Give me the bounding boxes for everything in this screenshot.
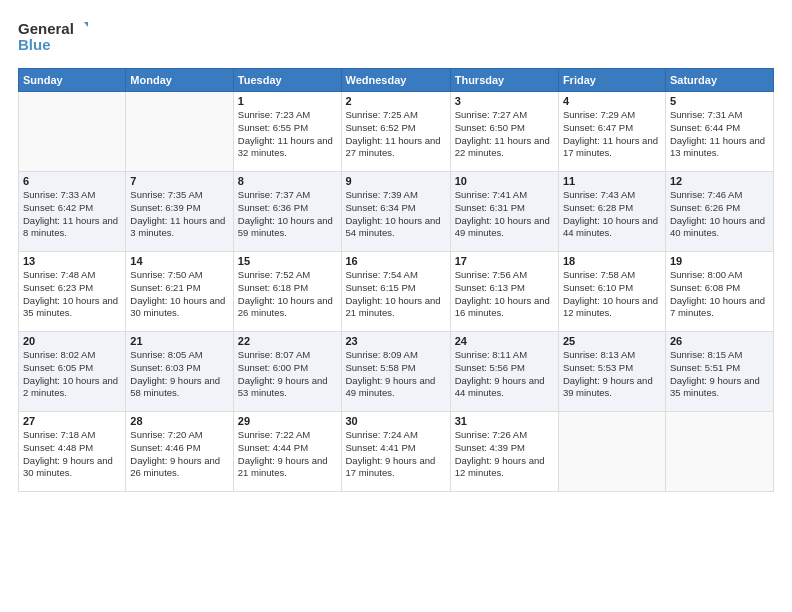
day-number: 10 bbox=[455, 175, 554, 187]
day-number: 5 bbox=[670, 95, 769, 107]
calendar-cell: 10Sunrise: 7:41 AM Sunset: 6:31 PM Dayli… bbox=[450, 172, 558, 252]
day-info: Sunrise: 8:00 AM Sunset: 6:08 PM Dayligh… bbox=[670, 269, 769, 320]
logo-svg: General Blue bbox=[18, 18, 88, 58]
day-info: Sunrise: 8:02 AM Sunset: 6:05 PM Dayligh… bbox=[23, 349, 121, 400]
calendar-cell: 1Sunrise: 7:23 AM Sunset: 6:55 PM Daylig… bbox=[233, 92, 341, 172]
logo: General Blue bbox=[18, 18, 88, 58]
day-number: 9 bbox=[346, 175, 446, 187]
calendar-cell: 26Sunrise: 8:15 AM Sunset: 5:51 PM Dayli… bbox=[665, 332, 773, 412]
day-info: Sunrise: 8:13 AM Sunset: 5:53 PM Dayligh… bbox=[563, 349, 661, 400]
day-info: Sunrise: 7:26 AM Sunset: 4:39 PM Dayligh… bbox=[455, 429, 554, 480]
day-number: 25 bbox=[563, 335, 661, 347]
calendar-cell: 13Sunrise: 7:48 AM Sunset: 6:23 PM Dayli… bbox=[19, 252, 126, 332]
day-info: Sunrise: 7:50 AM Sunset: 6:21 PM Dayligh… bbox=[130, 269, 228, 320]
day-number: 23 bbox=[346, 335, 446, 347]
day-info: Sunrise: 7:54 AM Sunset: 6:15 PM Dayligh… bbox=[346, 269, 446, 320]
day-number: 21 bbox=[130, 335, 228, 347]
day-info: Sunrise: 7:29 AM Sunset: 6:47 PM Dayligh… bbox=[563, 109, 661, 160]
calendar-cell: 14Sunrise: 7:50 AM Sunset: 6:21 PM Dayli… bbox=[126, 252, 233, 332]
day-number: 27 bbox=[23, 415, 121, 427]
day-number: 24 bbox=[455, 335, 554, 347]
calendar-cell: 20Sunrise: 8:02 AM Sunset: 6:05 PM Dayli… bbox=[19, 332, 126, 412]
svg-text:General: General bbox=[18, 20, 74, 37]
day-info: Sunrise: 8:05 AM Sunset: 6:03 PM Dayligh… bbox=[130, 349, 228, 400]
calendar-cell: 22Sunrise: 8:07 AM Sunset: 6:00 PM Dayli… bbox=[233, 332, 341, 412]
calendar-cell: 5Sunrise: 7:31 AM Sunset: 6:44 PM Daylig… bbox=[665, 92, 773, 172]
calendar-cell: 23Sunrise: 8:09 AM Sunset: 5:58 PM Dayli… bbox=[341, 332, 450, 412]
weekday-wednesday: Wednesday bbox=[341, 69, 450, 92]
day-number: 1 bbox=[238, 95, 337, 107]
day-info: Sunrise: 7:48 AM Sunset: 6:23 PM Dayligh… bbox=[23, 269, 121, 320]
day-number: 2 bbox=[346, 95, 446, 107]
calendar-cell bbox=[558, 412, 665, 492]
day-number: 28 bbox=[130, 415, 228, 427]
day-number: 8 bbox=[238, 175, 337, 187]
day-info: Sunrise: 7:23 AM Sunset: 6:55 PM Dayligh… bbox=[238, 109, 337, 160]
day-info: Sunrise: 7:46 AM Sunset: 6:26 PM Dayligh… bbox=[670, 189, 769, 240]
day-number: 11 bbox=[563, 175, 661, 187]
day-number: 6 bbox=[23, 175, 121, 187]
day-number: 26 bbox=[670, 335, 769, 347]
calendar-cell: 15Sunrise: 7:52 AM Sunset: 6:18 PM Dayli… bbox=[233, 252, 341, 332]
calendar-cell: 28Sunrise: 7:20 AM Sunset: 4:46 PM Dayli… bbox=[126, 412, 233, 492]
week-row-1: 1Sunrise: 7:23 AM Sunset: 6:55 PM Daylig… bbox=[19, 92, 774, 172]
day-number: 13 bbox=[23, 255, 121, 267]
day-number: 16 bbox=[346, 255, 446, 267]
day-number: 18 bbox=[563, 255, 661, 267]
calendar-cell: 6Sunrise: 7:33 AM Sunset: 6:42 PM Daylig… bbox=[19, 172, 126, 252]
calendar-cell: 9Sunrise: 7:39 AM Sunset: 6:34 PM Daylig… bbox=[341, 172, 450, 252]
svg-marker-2 bbox=[84, 22, 88, 32]
svg-text:Blue: Blue bbox=[18, 36, 51, 53]
calendar-cell: 2Sunrise: 7:25 AM Sunset: 6:52 PM Daylig… bbox=[341, 92, 450, 172]
day-info: Sunrise: 7:33 AM Sunset: 6:42 PM Dayligh… bbox=[23, 189, 121, 240]
day-info: Sunrise: 7:35 AM Sunset: 6:39 PM Dayligh… bbox=[130, 189, 228, 240]
day-info: Sunrise: 7:20 AM Sunset: 4:46 PM Dayligh… bbox=[130, 429, 228, 480]
weekday-header-row: SundayMondayTuesdayWednesdayThursdayFrid… bbox=[19, 69, 774, 92]
day-number: 19 bbox=[670, 255, 769, 267]
calendar-cell: 16Sunrise: 7:54 AM Sunset: 6:15 PM Dayli… bbox=[341, 252, 450, 332]
day-number: 12 bbox=[670, 175, 769, 187]
header: General Blue bbox=[18, 18, 774, 58]
week-row-2: 6Sunrise: 7:33 AM Sunset: 6:42 PM Daylig… bbox=[19, 172, 774, 252]
day-info: Sunrise: 7:18 AM Sunset: 4:48 PM Dayligh… bbox=[23, 429, 121, 480]
day-number: 15 bbox=[238, 255, 337, 267]
day-info: Sunrise: 7:43 AM Sunset: 6:28 PM Dayligh… bbox=[563, 189, 661, 240]
calendar-cell bbox=[665, 412, 773, 492]
calendar-cell: 19Sunrise: 8:00 AM Sunset: 6:08 PM Dayli… bbox=[665, 252, 773, 332]
week-row-4: 20Sunrise: 8:02 AM Sunset: 6:05 PM Dayli… bbox=[19, 332, 774, 412]
weekday-sunday: Sunday bbox=[19, 69, 126, 92]
calendar-cell: 18Sunrise: 7:58 AM Sunset: 6:10 PM Dayli… bbox=[558, 252, 665, 332]
day-info: Sunrise: 8:07 AM Sunset: 6:00 PM Dayligh… bbox=[238, 349, 337, 400]
day-info: Sunrise: 7:31 AM Sunset: 6:44 PM Dayligh… bbox=[670, 109, 769, 160]
day-number: 17 bbox=[455, 255, 554, 267]
weekday-tuesday: Tuesday bbox=[233, 69, 341, 92]
calendar: SundayMondayTuesdayWednesdayThursdayFrid… bbox=[18, 68, 774, 492]
day-info: Sunrise: 7:37 AM Sunset: 6:36 PM Dayligh… bbox=[238, 189, 337, 240]
calendar-cell: 4Sunrise: 7:29 AM Sunset: 6:47 PM Daylig… bbox=[558, 92, 665, 172]
weekday-thursday: Thursday bbox=[450, 69, 558, 92]
day-number: 20 bbox=[23, 335, 121, 347]
day-info: Sunrise: 7:24 AM Sunset: 4:41 PM Dayligh… bbox=[346, 429, 446, 480]
day-info: Sunrise: 7:56 AM Sunset: 6:13 PM Dayligh… bbox=[455, 269, 554, 320]
day-info: Sunrise: 7:41 AM Sunset: 6:31 PM Dayligh… bbox=[455, 189, 554, 240]
page: General Blue SundayMondayTuesdayWednesda… bbox=[0, 0, 792, 612]
weekday-saturday: Saturday bbox=[665, 69, 773, 92]
day-info: Sunrise: 7:58 AM Sunset: 6:10 PM Dayligh… bbox=[563, 269, 661, 320]
day-number: 3 bbox=[455, 95, 554, 107]
calendar-cell: 25Sunrise: 8:13 AM Sunset: 5:53 PM Dayli… bbox=[558, 332, 665, 412]
day-info: Sunrise: 7:27 AM Sunset: 6:50 PM Dayligh… bbox=[455, 109, 554, 160]
day-info: Sunrise: 7:39 AM Sunset: 6:34 PM Dayligh… bbox=[346, 189, 446, 240]
day-number: 29 bbox=[238, 415, 337, 427]
day-number: 22 bbox=[238, 335, 337, 347]
day-info: Sunrise: 7:22 AM Sunset: 4:44 PM Dayligh… bbox=[238, 429, 337, 480]
day-info: Sunrise: 7:25 AM Sunset: 6:52 PM Dayligh… bbox=[346, 109, 446, 160]
day-number: 4 bbox=[563, 95, 661, 107]
day-info: Sunrise: 8:15 AM Sunset: 5:51 PM Dayligh… bbox=[670, 349, 769, 400]
calendar-cell: 17Sunrise: 7:56 AM Sunset: 6:13 PM Dayli… bbox=[450, 252, 558, 332]
calendar-cell: 29Sunrise: 7:22 AM Sunset: 4:44 PM Dayli… bbox=[233, 412, 341, 492]
calendar-cell: 7Sunrise: 7:35 AM Sunset: 6:39 PM Daylig… bbox=[126, 172, 233, 252]
calendar-cell: 3Sunrise: 7:27 AM Sunset: 6:50 PM Daylig… bbox=[450, 92, 558, 172]
day-info: Sunrise: 7:52 AM Sunset: 6:18 PM Dayligh… bbox=[238, 269, 337, 320]
day-info: Sunrise: 8:09 AM Sunset: 5:58 PM Dayligh… bbox=[346, 349, 446, 400]
calendar-cell: 11Sunrise: 7:43 AM Sunset: 6:28 PM Dayli… bbox=[558, 172, 665, 252]
